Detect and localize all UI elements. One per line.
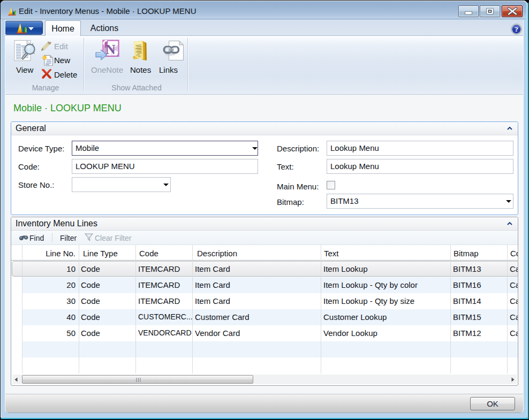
- svg-text:?: ?: [515, 25, 518, 33]
